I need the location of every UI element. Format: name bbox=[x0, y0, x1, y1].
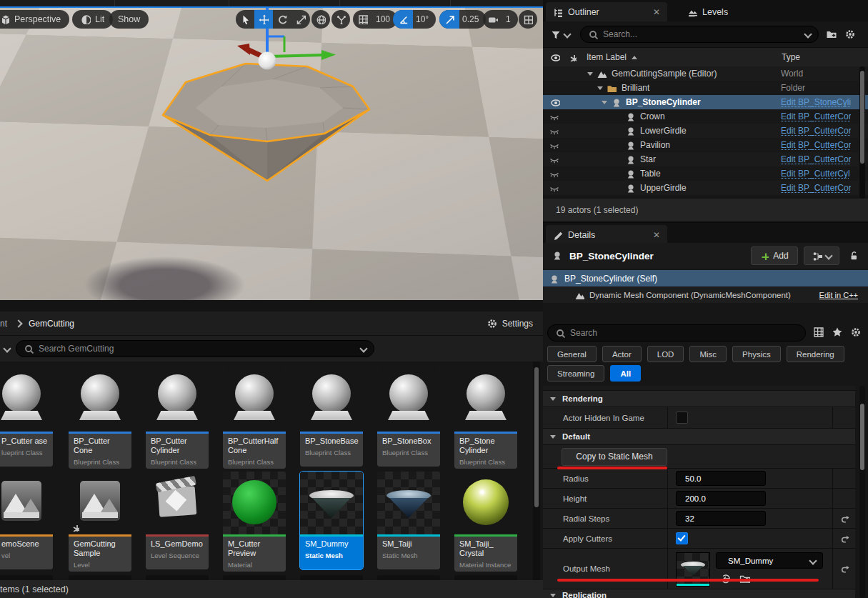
asset-tile[interactable]: emoScenevel bbox=[0, 472, 53, 569]
perspective-button[interactable]: Perspective bbox=[0, 10, 69, 29]
details-settings-gear-icon[interactable] bbox=[850, 327, 862, 338]
row-label[interactable]: Star bbox=[640, 154, 656, 164]
close-icon[interactable]: ✕ bbox=[653, 7, 660, 17]
filter-general[interactable]: General bbox=[547, 346, 597, 362]
details-search-input[interactable]: Search bbox=[547, 324, 806, 342]
row-label[interactable]: Pavilion bbox=[640, 140, 670, 150]
outliner-row-selected[interactable]: BP_StoneCylinder Edit BP_StoneCyli bbox=[543, 95, 868, 109]
radial-steps-input[interactable]: 32 bbox=[676, 511, 766, 526]
row-label[interactable]: Crown bbox=[640, 111, 665, 121]
component-row-self[interactable]: BP_StoneCylinder (Self) bbox=[543, 270, 868, 286]
collapse-arrow-icon[interactable] bbox=[597, 86, 603, 90]
copy-to-static-mesh-button[interactable]: Copy to Static Mesh bbox=[562, 448, 667, 466]
outliner-row-child[interactable]: Star Edit BP_CutterCor bbox=[543, 152, 868, 166]
eye-open-icon[interactable] bbox=[550, 97, 560, 107]
rotation-snap-control[interactable]: 10° bbox=[393, 10, 436, 29]
tab-outliner[interactable]: Outliner ✕ bbox=[546, 2, 667, 21]
asset-tile[interactable]: BP_StoneBaseBlueprint Class bbox=[300, 369, 363, 467]
search-options-chevron-icon[interactable] bbox=[359, 344, 367, 352]
filter-rendering[interactable]: Rendering bbox=[787, 346, 844, 362]
show-menu-button[interactable]: Show bbox=[109, 10, 149, 29]
breadcrumb-parent[interactable]: nt bbox=[0, 319, 7, 329]
outliner-row-child[interactable]: UpperGirdle Edit BP_CutterCor bbox=[543, 181, 868, 195]
edit-blueprint-link[interactable]: Edit BP_CutterCor bbox=[781, 140, 851, 150]
asset-tile[interactable]: GemCutting SampleLevel bbox=[69, 472, 131, 572]
outliner-row-folder[interactable]: Brilliant Folder bbox=[543, 81, 868, 95]
output-mesh-dropdown[interactable]: SM_Dummy bbox=[716, 552, 823, 569]
favorites-star-icon[interactable] bbox=[832, 327, 843, 338]
tab-levels[interactable]: Levels bbox=[680, 2, 735, 21]
actor-hidden-checkbox[interactable] bbox=[676, 412, 688, 424]
asset-tile[interactable]: P_Cutter aselueprint Class bbox=[0, 369, 53, 467]
display-options-icon[interactable] bbox=[813, 327, 824, 338]
filter-lod[interactable]: LOD bbox=[647, 346, 684, 362]
content-browser-scrollbar[interactable] bbox=[533, 362, 540, 580]
pinned-column-icon[interactable] bbox=[569, 54, 577, 61]
collapse-arrow-icon[interactable] bbox=[602, 101, 607, 104]
viewport-layout-button[interactable] bbox=[519, 10, 537, 29]
settings-label[interactable]: Settings bbox=[502, 319, 533, 329]
edit-blueprint-link[interactable]: Edit BP_CutterCyl bbox=[781, 169, 851, 179]
filter-streaming[interactable]: Streaming bbox=[547, 365, 604, 382]
filter-physics[interactable]: Physics bbox=[732, 346, 781, 362]
revert-icon[interactable] bbox=[839, 514, 849, 524]
select-tool-button[interactable] bbox=[236, 10, 254, 29]
outliner-row-child[interactable]: Pavilion Edit BP_CutterCor bbox=[543, 138, 868, 152]
filter-all[interactable]: All bbox=[610, 365, 641, 382]
row-label[interactable]: BP_StoneCylinder bbox=[626, 97, 701, 107]
column-type[interactable]: Type bbox=[782, 52, 800, 62]
asset-tile[interactable]: LS_GemDemoLevel Sequence bbox=[146, 472, 209, 569]
asset-tile[interactable]: M_Cutter PreviewMaterial bbox=[223, 472, 286, 572]
filter-icon[interactable] bbox=[550, 29, 560, 39]
column-item-label[interactable]: Item Label bbox=[587, 52, 627, 62]
visibility-column-eye-icon[interactable] bbox=[550, 52, 560, 62]
asset-tile[interactable]: BP_StoneBoxBlueprint Class bbox=[377, 369, 440, 467]
lit-mode-button[interactable]: Lit bbox=[72, 10, 113, 29]
section-default[interactable]: Default bbox=[543, 429, 855, 445]
viewport-3d[interactable]: Perspective Lit Show 100 10° 0.25 bbox=[0, 0, 543, 300]
revert-icon[interactable] bbox=[839, 534, 849, 544]
row-label[interactable]: Brilliant bbox=[622, 83, 649, 93]
row-label[interactable]: GemCuttingSample (Editor) bbox=[612, 69, 717, 79]
eye-closed-icon[interactable] bbox=[549, 126, 559, 136]
outliner-row-child[interactable]: LowerGirdle Edit BP_CutterCor bbox=[543, 124, 868, 138]
breadcrumb-current[interactable]: GemCutting bbox=[29, 319, 74, 329]
asset-tile[interactable]: BP_CutterHalf ConeBlueprint Class bbox=[223, 369, 286, 469]
eye-closed-icon[interactable] bbox=[549, 183, 559, 193]
edit-in-cpp-link[interactable]: Edit in C++ bbox=[819, 291, 858, 299]
outliner-scrollbar[interactable] bbox=[859, 66, 865, 199]
height-input[interactable]: 200.0 bbox=[676, 491, 766, 506]
edit-blueprint-link[interactable]: Edit BP_StoneCyli bbox=[781, 97, 851, 107]
add-component-button[interactable]: Add bbox=[751, 246, 798, 265]
blueprint-graph-button[interactable] bbox=[804, 246, 839, 265]
edit-blueprint-link[interactable]: Edit BP_CutterCor bbox=[781, 183, 851, 193]
row-label[interactable]: LowerGirdle bbox=[640, 126, 687, 136]
search-options-chevron-icon[interactable] bbox=[804, 30, 812, 38]
grid-snap-control[interactable]: 100 bbox=[353, 10, 397, 29]
camera-speed-control[interactable]: 1 bbox=[483, 10, 518, 29]
settings-gear-icon[interactable] bbox=[487, 318, 497, 329]
close-icon[interactable]: ✕ bbox=[653, 230, 660, 240]
apply-cutters-checkbox[interactable] bbox=[676, 532, 688, 544]
filter-actor[interactable]: Actor bbox=[602, 346, 642, 362]
outliner-row-child[interactable]: Table Edit BP_CutterCyl bbox=[543, 166, 868, 181]
unlock-icon[interactable] bbox=[848, 250, 859, 261]
details-scrollbar[interactable] bbox=[859, 386, 865, 598]
asset-tile-selected[interactable]: SM_DummyStatic Mesh bbox=[300, 472, 363, 569]
eye-closed-icon[interactable] bbox=[549, 154, 559, 164]
outliner-row-world[interactable]: GemCuttingSample (Editor) World bbox=[543, 66, 868, 81]
collapse-arrow-icon[interactable] bbox=[587, 72, 593, 76]
move-tool-button[interactable] bbox=[254, 10, 273, 29]
create-folder-icon[interactable] bbox=[826, 29, 837, 40]
row-label[interactable]: UpperGirdle bbox=[640, 183, 687, 193]
revert-icon[interactable] bbox=[839, 564, 849, 574]
rotate-tool-button[interactable] bbox=[273, 10, 291, 29]
outliner-search-input[interactable]: Search... bbox=[580, 26, 819, 43]
edit-blueprint-link[interactable]: Edit BP_CutterCor bbox=[781, 154, 851, 164]
sources-panel-chevron-icon[interactable] bbox=[3, 344, 11, 352]
edit-blueprint-link[interactable]: Edit BP_CutterCor bbox=[781, 126, 851, 136]
scale-snap-control[interactable]: 0.25 bbox=[439, 10, 486, 29]
outliner-settings-gear-icon[interactable] bbox=[844, 29, 856, 40]
content-browser-search-input[interactable]: Search GemCutting bbox=[16, 340, 374, 357]
edit-blueprint-link[interactable]: Edit BP_CutterCor bbox=[781, 111, 851, 121]
